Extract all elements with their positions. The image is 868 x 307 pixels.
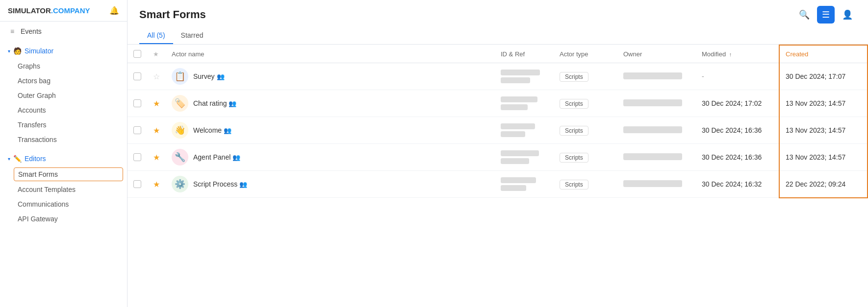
row-star-cell[interactable]: ★ xyxy=(147,90,166,117)
row-checkbox[interactable] xyxy=(133,99,141,107)
row-owner-cell xyxy=(617,63,696,90)
ref-blur xyxy=(501,77,530,83)
actor-type-badge: Scripts xyxy=(560,99,588,109)
sidebar-item-actors-bag[interactable]: Actors bag xyxy=(0,73,127,88)
ref-blur xyxy=(501,131,525,137)
sidebar-item-graphs[interactable]: Graphs xyxy=(0,59,127,73)
col-header-checkbox[interactable] xyxy=(128,45,147,63)
star-icon[interactable]: ★ xyxy=(153,126,160,135)
sidebar-item-label: Events xyxy=(21,27,42,35)
row-star-cell[interactable]: ☆ xyxy=(147,63,166,90)
row-actor-name-cell: 📋 Survey 👥 xyxy=(166,63,495,90)
table-row: ★ 🔧 Agent Panel 👥 xyxy=(128,144,868,171)
row-star-cell[interactable]: ★ xyxy=(147,117,166,144)
row-actor-type-cell: Scripts xyxy=(554,171,617,198)
sidebar-group-label: Editors xyxy=(25,155,46,163)
row-actor-name-cell: ⚙️ Script Process 👥 xyxy=(166,171,495,198)
select-all-checkbox[interactable] xyxy=(133,50,141,58)
owner-blur xyxy=(623,99,682,106)
id-blur xyxy=(501,150,539,156)
table-row: ☆ 📋 Survey 👥 xyxy=(128,63,868,90)
created-value: 13 Nov 2023; 14:57 xyxy=(786,153,845,161)
star-icon[interactable]: ★ xyxy=(153,180,160,189)
row-created-cell: 13 Nov 2023; 14:57 xyxy=(779,117,868,144)
row-checkbox-cell[interactable] xyxy=(128,144,147,171)
sidebar-item-events[interactable]: ≡ Events xyxy=(0,24,127,39)
owner-blur xyxy=(623,72,682,79)
col-header-owner[interactable]: Owner xyxy=(617,45,696,63)
actor-label: Chat rating 👥 xyxy=(193,99,236,107)
row-owner-cell xyxy=(617,117,696,144)
owner-blur xyxy=(623,153,682,160)
sidebar-item-accounts[interactable]: Accounts xyxy=(0,103,127,118)
table-container: ★ Actor name ID & Ref Actor type Owner M… xyxy=(128,45,868,307)
bell-icon[interactable]: 🔔 xyxy=(109,6,119,15)
col-header-modified[interactable]: Modified ↑ xyxy=(696,45,779,63)
sidebar-item-communications[interactable]: Communications xyxy=(0,197,127,212)
row-modified-cell: - xyxy=(696,63,779,90)
row-created-cell: 22 Dec 2022; 09:24 xyxy=(779,171,868,198)
sidebar-group-editors[interactable]: ▾ ✏️ Editors xyxy=(0,151,127,166)
page-title: Smart Forms xyxy=(139,8,206,21)
arrow-icon: ▾ xyxy=(8,156,10,162)
sidebar-item-account-templates[interactable]: Account Templates xyxy=(0,182,127,197)
actor-name-text: Script Process xyxy=(193,180,237,188)
row-modified-cell: 30 Dec 2024; 16:36 xyxy=(696,117,779,144)
menu-icon: ☰ xyxy=(822,9,830,20)
star-icon[interactable]: ☆ xyxy=(153,72,160,81)
row-checkbox-cell[interactable] xyxy=(128,63,147,90)
sidebar: SIMULATOR.COMPANY 🔔 ≡ Events ▾ 🧑 Simulat… xyxy=(0,0,128,307)
tab-starred[interactable]: Starred xyxy=(173,27,211,44)
row-checkbox-cell[interactable] xyxy=(128,171,147,198)
sidebar-section-events: ≡ Events xyxy=(0,22,127,41)
row-id-ref-cell xyxy=(495,90,554,117)
actor-name-text: Chat rating xyxy=(193,99,227,107)
row-actor-type-cell: Scripts xyxy=(554,144,617,171)
modified-value: 30 Dec 2024; 16:36 xyxy=(702,153,762,161)
row-checkbox[interactable] xyxy=(133,153,141,161)
row-checkbox[interactable] xyxy=(133,72,141,80)
col-header-actor-name[interactable]: Actor name xyxy=(166,45,495,63)
row-actor-name-cell: 👋 Welcome 👥 xyxy=(166,117,495,144)
menu-button[interactable]: ☰ xyxy=(817,6,835,24)
id-blur xyxy=(501,70,540,75)
row-checkbox[interactable] xyxy=(133,180,141,188)
sidebar-group-simulator[interactable]: ▾ 🧑 Simulator xyxy=(0,43,127,59)
col-header-created[interactable]: Created xyxy=(779,45,868,63)
search-button[interactable]: 🔍 xyxy=(795,6,813,24)
events-icon: ≡ xyxy=(8,27,17,35)
sidebar-item-transactions[interactable]: Transactions xyxy=(0,132,127,147)
row-checkbox-cell[interactable] xyxy=(128,90,147,117)
row-star-cell[interactable]: ★ xyxy=(147,144,166,171)
user-button[interactable]: 👤 xyxy=(839,6,856,24)
sidebar-item-smart-forms[interactable]: Smart Forms xyxy=(14,167,123,181)
actor-type-badge: Scripts xyxy=(560,126,588,136)
sidebar-item-transfers[interactable]: Transfers xyxy=(0,118,127,132)
editors-icon: ✏️ xyxy=(13,155,22,163)
shared-icon: 👥 xyxy=(217,73,225,80)
row-owner-cell xyxy=(617,144,696,171)
row-checkbox[interactable] xyxy=(133,126,141,134)
row-star-cell[interactable]: ★ xyxy=(147,171,166,198)
star-icon[interactable]: ★ xyxy=(153,99,160,108)
actor-label: Survey 👥 xyxy=(193,72,225,80)
star-icon[interactable]: ★ xyxy=(153,153,160,162)
tab-all[interactable]: All (5) xyxy=(139,27,173,44)
ref-blur xyxy=(501,185,526,191)
actor-avatar: 📋 xyxy=(172,68,188,85)
simulator-icon: 🧑 xyxy=(13,47,22,55)
col-header-id-ref[interactable]: ID & Ref xyxy=(495,45,554,63)
row-id-ref-cell xyxy=(495,63,554,90)
row-checkbox-cell[interactable] xyxy=(128,117,147,144)
row-actor-type-cell: Scripts xyxy=(554,117,617,144)
table-row: ★ ⚙️ Script Process 👥 xyxy=(128,171,868,198)
sidebar-item-api-gateway[interactable]: API Gateway xyxy=(0,212,127,226)
sidebar-item-outer-graph[interactable]: Outer Graph xyxy=(0,88,127,103)
created-value: 30 Dec 2024; 17:07 xyxy=(786,72,845,80)
smart-forms-table: ★ Actor name ID & Ref Actor type Owner M… xyxy=(128,45,868,198)
col-header-actor-type[interactable]: Actor type xyxy=(554,45,617,63)
row-modified-cell: 30 Dec 2024; 16:32 xyxy=(696,171,779,198)
actor-avatar: 🔧 xyxy=(172,149,188,165)
actor-avatar: ⚙️ xyxy=(172,176,188,192)
actor-name-text: Agent Panel xyxy=(193,153,230,161)
